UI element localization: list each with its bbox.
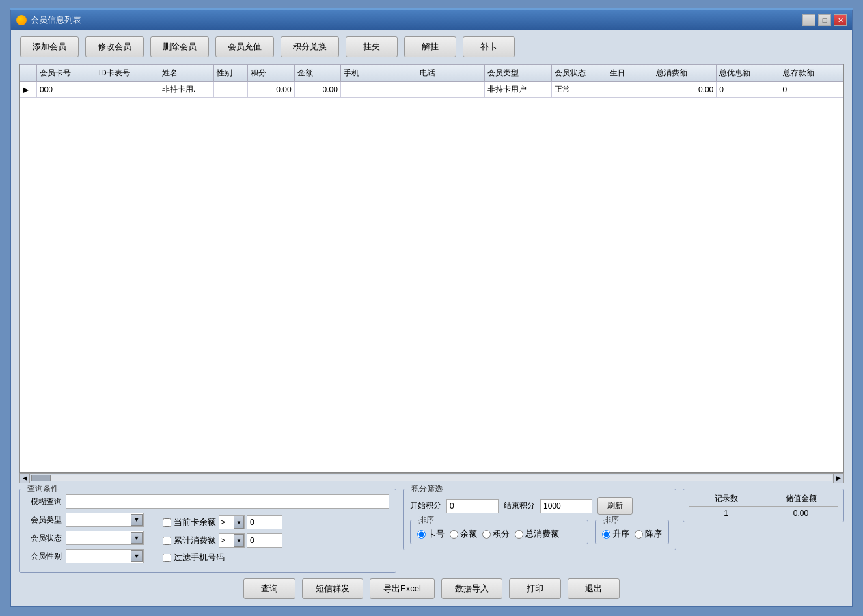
window-title: 会员信息列表 xyxy=(31,14,799,26)
cell-id-card xyxy=(96,82,159,98)
records-count: 1 xyxy=(689,507,763,518)
header-gender: 性别 xyxy=(214,65,248,82)
sort-desc[interactable]: 降序 xyxy=(635,528,662,540)
row-arrow: ▶ xyxy=(20,82,37,98)
query-button[interactable]: 查询 xyxy=(243,578,295,599)
replace-card-button[interactable]: 补卡 xyxy=(463,36,515,57)
cell-total-deposit: 0 xyxy=(780,82,843,98)
export-button[interactable]: 导出Excel xyxy=(370,578,435,599)
sort-points-radio[interactable] xyxy=(482,530,491,539)
sort-asc[interactable]: 升序 xyxy=(602,528,629,540)
restore-button[interactable]: □ xyxy=(818,14,831,26)
header-total-deposit: 总存款额 xyxy=(780,65,843,82)
header-member-status: 会员状态 xyxy=(552,65,607,82)
member-gender-select[interactable] xyxy=(66,549,144,563)
suspend-button[interactable]: 挂失 xyxy=(346,36,398,57)
table-header-row: 会员卡号 ID卡表号 姓名 性别 积分 金额 手机 电话 会员类型 会员状态 生… xyxy=(20,65,843,82)
table-row[interactable]: ▶ 000 非持卡用. 0.00 0.00 非持卡用户 正常 0.00 0 xyxy=(20,82,843,98)
sort-desc-radio[interactable] xyxy=(635,530,643,539)
scroll-thumb[interactable] xyxy=(31,475,51,481)
query-conditions-box: 查询条件 模糊查询 会员类型 xyxy=(19,489,396,573)
scroll-left-button[interactable]: ◀ xyxy=(20,473,30,483)
toolbar: 添加会员 修改会员 删除会员 会员充值 积分兑换 挂失 解挂 补卡 xyxy=(11,30,852,64)
start-points-input[interactable] xyxy=(446,499,499,513)
sort-total-consume-radio[interactable] xyxy=(515,530,523,539)
card-balance-comparator: > ▼ xyxy=(219,515,282,529)
member-gender-label: 会员性别 xyxy=(26,551,62,562)
member-status-row: 会员状态 ▼ xyxy=(26,531,156,545)
import-button[interactable]: 数据导入 xyxy=(441,578,502,599)
filter-mobile-label: 过滤手机号码 xyxy=(174,552,225,563)
records-amount: 0.00 xyxy=(763,507,838,518)
member-gender-select-wrapper: ▼ xyxy=(66,549,144,563)
horizontal-scrollbar[interactable]: ◀ ▶ xyxy=(19,473,844,483)
scroll-right-button[interactable]: ▶ xyxy=(833,473,843,483)
action-buttons-row: 查询 短信群发 导出Excel 数据导入 打印 退出 xyxy=(19,578,844,599)
sort-card-no-radio[interactable] xyxy=(417,530,426,539)
cell-card-no: 000 xyxy=(36,82,96,98)
sort-by-points[interactable]: 积分 xyxy=(482,528,510,540)
add-member-button[interactable]: 添加会员 xyxy=(20,36,79,57)
filter-mobile-row: 过滤手机号码 xyxy=(163,552,389,563)
points-filter-title: 积分筛选 xyxy=(409,483,445,494)
total-consume-value-input[interactable] xyxy=(247,533,282,548)
bottom-area: 查询条件 模糊查询 会员类型 xyxy=(11,483,852,606)
minimize-button[interactable]: — xyxy=(802,14,815,26)
card-balance-value-input[interactable] xyxy=(247,515,282,529)
cell-birthday xyxy=(607,82,653,98)
scroll-track[interactable] xyxy=(31,475,832,481)
sort-by-card-no[interactable]: 卡号 xyxy=(417,528,445,540)
window-controls: — □ ✕ xyxy=(802,14,847,26)
card-balance-comparator-select[interactable]: > xyxy=(219,515,245,529)
total-consume-comparator-select-wrapper: > ▼ xyxy=(219,533,245,548)
card-balance-checkbox[interactable] xyxy=(163,518,171,527)
exchange-button[interactable]: 积分兑换 xyxy=(281,36,339,57)
total-consume-checkbox[interactable] xyxy=(163,537,171,545)
print-button[interactable]: 打印 xyxy=(509,578,561,599)
header-total-discount: 总优惠额 xyxy=(717,65,780,82)
sort-total-consume-label: 总消费额 xyxy=(525,528,559,540)
title-bar: 会员信息列表 — □ ✕ xyxy=(11,10,852,30)
sort-by-balance[interactable]: 余额 xyxy=(450,528,477,540)
edit-member-button[interactable]: 修改会员 xyxy=(85,36,144,57)
cell-phone xyxy=(417,82,484,98)
start-points-label: 开始积分 xyxy=(410,500,441,511)
sort-asc-label: 升序 xyxy=(612,528,629,540)
refresh-button[interactable]: 刷新 xyxy=(597,497,633,515)
card-balance-row: 当前卡余额 > ▼ xyxy=(163,515,389,529)
fuzzy-search-input[interactable] xyxy=(66,494,389,509)
sort-asc-radio[interactable] xyxy=(602,530,610,539)
end-points-input[interactable] xyxy=(540,499,592,513)
main-window: 会员信息列表 — □ ✕ 添加会员 修改会员 删除会员 会员充值 积分兑换 挂失… xyxy=(10,8,853,607)
header-points: 积分 xyxy=(248,65,294,82)
close-button[interactable]: ✕ xyxy=(834,14,847,26)
cell-member-type: 非持卡用户 xyxy=(484,82,552,98)
member-status-select[interactable] xyxy=(66,531,144,545)
records-header: 记录数 储值金额 xyxy=(689,493,838,507)
end-points-label: 结束积分 xyxy=(504,500,535,511)
member-type-select[interactable] xyxy=(66,513,144,527)
sms-button[interactable]: 短信群发 xyxy=(302,578,363,599)
recharge-button[interactable]: 会员充值 xyxy=(215,36,274,57)
total-consume-comparator-select[interactable]: > xyxy=(219,533,245,548)
sort-by-total-consume[interactable]: 总消费额 xyxy=(515,528,559,540)
delete-member-button[interactable]: 删除会员 xyxy=(150,36,209,57)
cell-total-discount: 0 xyxy=(717,82,780,98)
header-total-consume: 总消费额 xyxy=(653,65,716,82)
sort-points-label: 积分 xyxy=(493,528,510,540)
header-mobile: 手机 xyxy=(340,65,417,82)
records-box: 记录数 储值金额 1 0.00 xyxy=(683,489,844,522)
unsuspend-button[interactable]: 解挂 xyxy=(404,36,456,57)
member-gender-row: 会员性别 ▼ xyxy=(26,549,156,563)
points-filter-box: 积分筛选 开始积分 结束积分 刷新 排序 xyxy=(403,489,676,550)
points-filter-row: 开始积分 结束积分 刷新 xyxy=(410,497,669,515)
sort-balance-radio[interactable] xyxy=(450,530,458,539)
member-type-label: 会员类型 xyxy=(26,515,62,526)
records-col1-header: 记录数 xyxy=(689,493,763,506)
cell-gender xyxy=(214,82,248,98)
table-scroll[interactable]: 会员卡号 ID卡表号 姓名 性别 积分 金额 手机 电话 会员类型 会员状态 生… xyxy=(20,64,843,472)
filter-mobile-checkbox[interactable] xyxy=(163,554,171,562)
exit-button[interactable]: 退出 xyxy=(568,578,620,599)
cell-member-status: 正常 xyxy=(552,82,607,98)
sort-field-title: 排序 xyxy=(416,515,437,526)
